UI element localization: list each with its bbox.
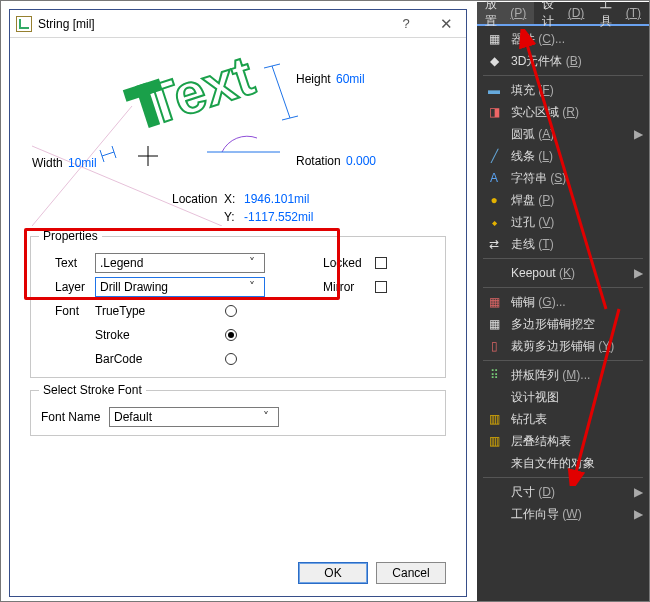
menu-item-label: 层叠结构表 <box>511 433 643 450</box>
menu-item-label: 裁剪多边形铺铜 (Y) <box>511 338 643 355</box>
menu-item[interactable]: ▯裁剪多边形铺铜 (Y) <box>477 335 649 357</box>
menu-item-icon: ▯ <box>485 338 503 354</box>
font-field-label: Font <box>55 304 95 318</box>
menu-separator <box>483 287 643 288</box>
menu-item[interactable]: ●焊盘 (P) <box>477 189 649 211</box>
fontname-combo[interactable]: Default ˅ <box>109 407 279 427</box>
menu-item-icon <box>485 126 503 142</box>
truetype-radio[interactable] <box>225 305 237 317</box>
menu-item[interactable]: ▥层叠结构表 <box>477 430 649 452</box>
submenu-arrow-icon: ▶ <box>634 485 643 499</box>
menu-item-icon <box>485 506 503 522</box>
location-label: Location <box>172 192 217 206</box>
mirror-label: Mirror <box>323 280 375 294</box>
menu-item-icon <box>485 265 503 281</box>
help-button[interactable]: ? <box>386 10 426 38</box>
menu-item-icon: A <box>485 170 503 186</box>
titlebar[interactable]: String [mil] ? ✕ <box>10 10 466 38</box>
layer-combo[interactable]: Drill Drawing ˅ <box>95 277 265 297</box>
height-label: Height <box>296 72 331 86</box>
menu-item[interactable]: ▥钻孔表 <box>477 408 649 430</box>
menu-item-icon <box>485 389 503 405</box>
menu-tab-p[interactable]: 放置 (P) <box>477 2 534 24</box>
font-option-truetype: TrueType <box>95 304 225 318</box>
menu-item-label: Keepout (K) <box>511 266 628 280</box>
menu-item-label: 过孔 (V) <box>511 214 643 231</box>
stroke-font-legend: Select Stroke Font <box>39 383 146 397</box>
menu-item[interactable]: 来自文件的对象 <box>477 452 649 474</box>
menu-item-label: 走线 (T) <box>511 236 643 253</box>
menu-item-label: 焊盘 (P) <box>511 192 643 209</box>
rotation-value[interactable]: 0.000 <box>346 154 376 168</box>
menu-item-label: 器件 (C)... <box>511 31 643 48</box>
menu-item-label: 设计视图 <box>511 389 643 406</box>
location-y-value[interactable]: -1117.552mil <box>244 210 313 224</box>
submenu-arrow-icon: ▶ <box>634 507 643 521</box>
menu-item-icon: ◨ <box>485 104 503 120</box>
menu-item-label: 来自文件的对象 <box>511 455 643 472</box>
menu-tab-d[interactable]: 设计 (D) <box>534 2 592 24</box>
place-menu: 放置 (P)设计 (D)工具 (T) ▦器件 (C)...◆3D元件体 (B)▬… <box>477 2 649 602</box>
menu-item[interactable]: ◆3D元件体 (B) <box>477 50 649 72</box>
height-value[interactable]: 60mil <box>336 72 365 86</box>
chevron-down-icon: ˅ <box>258 410 274 424</box>
fontname-value: Default <box>114 410 152 424</box>
location-y-label: Y: <box>224 210 235 224</box>
menu-separator <box>483 258 643 259</box>
submenu-arrow-icon: ▶ <box>634 127 643 141</box>
menu-item-label: 填充 (F) <box>511 82 643 99</box>
fontname-label: Font Name <box>41 410 109 424</box>
menu-item[interactable]: A字符串 (S) <box>477 167 649 189</box>
menu-item-label: 3D元件体 (B) <box>511 53 643 70</box>
mirror-checkbox[interactable] <box>375 281 387 293</box>
barcode-radio[interactable] <box>225 353 237 365</box>
chevron-down-icon: ˅ <box>244 280 260 294</box>
menu-item[interactable]: ▦铺铜 (G)... <box>477 291 649 313</box>
ok-button[interactable]: OK <box>298 562 368 584</box>
menu-item[interactable]: 尺寸 (D)▶ <box>477 481 649 503</box>
locked-label: Locked <box>323 256 375 270</box>
text-combo[interactable]: .Legend ˅ <box>95 253 265 273</box>
menu-item[interactable]: Keepout (K)▶ <box>477 262 649 284</box>
menu-item[interactable]: ◨实心区域 (R) <box>477 101 649 123</box>
dialog-title: String [mil] <box>38 17 95 31</box>
menu-item[interactable]: ⇄走线 (T) <box>477 233 649 255</box>
svg-line-7 <box>102 152 114 156</box>
menu-separator <box>483 360 643 361</box>
menu-item-icon <box>485 455 503 471</box>
menu-item[interactable]: 工作向导 (W)▶ <box>477 503 649 525</box>
menu-item[interactable]: ⠿拼板阵列 (M)... <box>477 364 649 386</box>
cancel-button[interactable]: Cancel <box>376 562 446 584</box>
close-button[interactable]: ✕ <box>426 10 466 38</box>
menu-item-label: 字符串 (S) <box>511 170 643 187</box>
rotation-label: Rotation <box>296 154 341 168</box>
menu-item-icon <box>485 484 503 500</box>
properties-legend: Properties <box>39 229 102 243</box>
menu-item-icon: ▥ <box>485 411 503 427</box>
location-x-label: X: <box>224 192 235 206</box>
menu-item[interactable]: ⬥过孔 (V) <box>477 211 649 233</box>
menu-item-icon: ▦ <box>485 31 503 47</box>
menu-item[interactable]: ▦器件 (C)... <box>477 28 649 50</box>
menu-item-icon: ╱ <box>485 148 503 164</box>
menu-item[interactable]: ▦多边形铺铜挖空 <box>477 313 649 335</box>
menu-item-label: 铺铜 (G)... <box>511 294 643 311</box>
menu-item-icon: ▦ <box>485 316 503 332</box>
menu-item[interactable]: 圆弧 (A)▶ <box>477 123 649 145</box>
font-option-barcode: BarCode <box>95 352 225 366</box>
menu-item-icon: ● <box>485 192 503 208</box>
menu-item[interactable]: 设计视图 <box>477 386 649 408</box>
location-x-value[interactable]: 1946.101mil <box>244 192 309 206</box>
menu-item-icon: ⬥ <box>485 214 503 230</box>
menu-item[interactable]: ▬填充 (F) <box>477 79 649 101</box>
menu-item-label: 多边形铺铜挖空 <box>511 316 643 333</box>
menu-item-icon: ◆ <box>485 53 503 69</box>
menu-tab-t[interactable]: 工具 (T) <box>592 2 649 24</box>
width-value[interactable]: 10mil <box>68 156 97 170</box>
menu-item-label: 拼板阵列 (M)... <box>511 367 643 384</box>
stroke-radio[interactable] <box>225 329 237 341</box>
menu-item-label: 工作向导 (W) <box>511 506 628 523</box>
locked-checkbox[interactable] <box>375 257 387 269</box>
menu-item-label: 实心区域 (R) <box>511 104 643 121</box>
menu-item[interactable]: ╱线条 (L) <box>477 145 649 167</box>
